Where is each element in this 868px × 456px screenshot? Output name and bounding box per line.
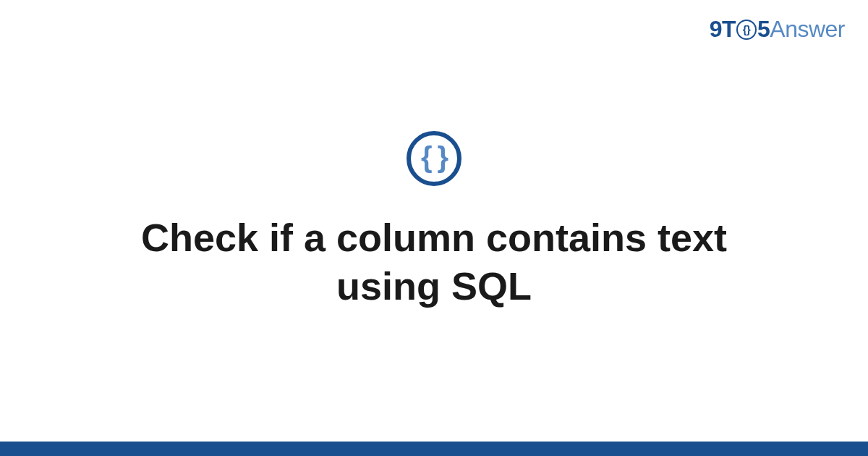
braces-glyph: { } bbox=[421, 143, 447, 172]
code-braces-icon: { } bbox=[407, 131, 461, 186]
footer-accent-bar bbox=[0, 442, 868, 456]
page-title: Check if a column contains text using SQ… bbox=[87, 214, 781, 311]
main-content: { } Check if a column contains text usin… bbox=[0, 0, 868, 442]
